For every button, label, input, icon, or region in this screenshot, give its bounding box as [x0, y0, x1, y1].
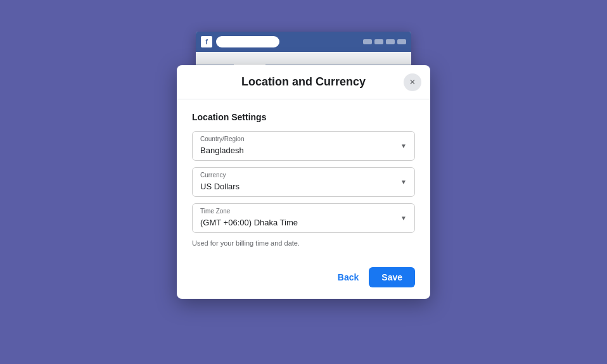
dialog-footer: Back Save	[177, 267, 430, 299]
timezone-arrow-icon: ▼	[400, 215, 407, 222]
dialog-header: Location and Currency ×	[177, 65, 430, 99]
back-button[interactable]: Back	[335, 267, 361, 287]
timezone-label: Time Zone	[200, 208, 230, 215]
save-button[interactable]: Save	[369, 267, 415, 287]
dialog-body: Location Settings Country/Region Banglad…	[177, 99, 430, 267]
currency-arrow-icon: ▼	[400, 179, 407, 185]
helper-text: Used for your billing time and date.	[192, 239, 415, 247]
country-region-label: Country/Region	[200, 135, 244, 142]
currency-dropdown[interactable]: Currency US Dollars ▼	[192, 167, 415, 197]
dialog-close-button[interactable]: ×	[404, 73, 421, 91]
currency-value: US Dollars	[200, 182, 240, 191]
country-region-value: Bangladesh	[200, 146, 244, 155]
modal-overlay: Location and Currency × Location Setting…	[0, 0, 607, 364]
country-region-dropdown[interactable]: Country/Region Bangladesh ▼	[192, 131, 415, 161]
dialog-title: Location and Currency	[241, 75, 366, 89]
location-currency-dialog: Location and Currency × Location Setting…	[177, 65, 430, 299]
timezone-value: (GMT +06:00) Dhaka Time	[200, 218, 298, 227]
section-title: Location Settings	[192, 112, 415, 122]
currency-label: Currency	[200, 172, 226, 179]
timezone-dropdown[interactable]: Time Zone (GMT +06:00) Dhaka Time ▼	[192, 203, 415, 233]
country-region-arrow-icon: ▼	[400, 142, 407, 149]
